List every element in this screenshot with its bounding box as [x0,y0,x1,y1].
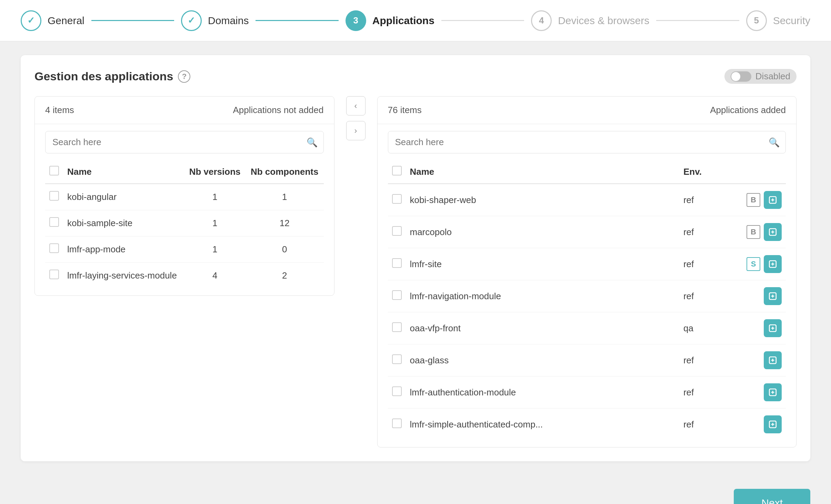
right-search-icon: 🔍 [769,137,780,148]
r-action-icon[interactable] [764,255,782,273]
right-row-checkbox[interactable] [392,354,402,364]
right-row-name: lmfr-simple-authenticated-comp... [406,409,679,441]
right-table-row[interactable]: lmfr-site ref S [388,248,786,280]
left-search-icon: 🔍 [307,137,318,148]
transfer-right-button[interactable]: › [346,121,366,140]
right-row-checkbox[interactable] [392,258,402,268]
left-table: Name Nb versions Nb components kobi-angu… [45,160,324,289]
next-button[interactable]: Next [734,489,810,504]
right-row-checkbox[interactable] [392,226,402,236]
left-row-versions: 1 [184,210,246,236]
right-table-row[interactable]: lmfr-simple-authenticated-comp... ref [388,409,786,441]
step-devices[interactable]: 4 Devices & browsers [531,10,649,31]
r-action-icon[interactable] [764,383,782,401]
right-row-env: ref [679,184,731,216]
toggle-container: Disabled [724,69,797,84]
left-col-versions: Nb versions [184,160,246,184]
transfer-buttons: ‹ › [341,96,370,140]
left-row-checkbox[interactable] [49,191,59,201]
right-col-env: Env. [679,160,731,184]
right-row-checkbox[interactable] [392,290,402,300]
connector-1 [91,20,174,21]
s-action-icon[interactable]: S [747,257,760,271]
right-row-env: ref [679,280,731,312]
right-row-name: lmfr-site [406,248,679,280]
step-devices-icon: 4 [531,10,552,31]
step-applications[interactable]: 3 Applications [346,10,434,31]
right-row-env: ref [679,409,731,441]
step-domains[interactable]: ✓ Domains [181,10,249,31]
right-row-name: oaa-vfp-front [406,312,679,344]
right-table-row[interactable]: oaa-vfp-front qa [388,312,786,344]
left-row-checkbox[interactable] [49,243,59,253]
right-select-all-checkbox[interactable] [392,166,402,175]
right-table: Name Env. kobi-shaper-web ref B marcopol… [388,160,786,440]
right-row-checkbox[interactable] [392,322,402,332]
section-header: Gestion des applications ? Disabled [34,69,797,84]
left-table-container: Name Nb versions Nb components kobi-angu… [35,160,334,295]
connector-3 [441,20,524,21]
right-table-row[interactable]: oaa-glass ref [388,344,786,376]
r-action-icon[interactable] [764,223,782,241]
step-general-label: General [48,15,84,27]
b-action-icon[interactable]: B [747,193,760,207]
step-security-icon: 5 [746,10,767,31]
disabled-toggle[interactable] [731,71,751,82]
right-row-name: kobi-shaper-web [406,184,679,216]
help-icon[interactable]: ? [178,70,190,83]
transfer-left-button[interactable]: ‹ [346,96,366,115]
right-panel-header: 76 items Applications added [378,97,797,124]
right-table-row[interactable]: marcopolo ref B [388,216,786,248]
left-table-row[interactable]: lmfr-laying-services-module 4 2 [45,263,324,289]
right-table-row[interactable]: lmfr-navigation-module ref [388,280,786,312]
right-row-checkbox[interactable] [392,419,402,428]
right-table-row[interactable]: kobi-shaper-web ref B [388,184,786,216]
step-devices-label: Devices & browsers [558,15,649,27]
left-row-checkbox[interactable] [49,270,59,279]
right-row-name: marcopolo [406,216,679,248]
step-applications-icon: 3 [346,10,366,31]
right-search-box: 🔍 [388,131,786,153]
left-row-versions: 1 [184,184,246,210]
right-col-name: Name [406,160,679,184]
r-action-icon[interactable] [764,415,782,433]
left-panel-status: Applications not added [233,105,323,115]
step-applications-label: Applications [372,15,434,27]
left-table-row[interactable]: kobi-sample-site 1 12 [45,210,324,236]
right-row-env: ref [679,216,731,248]
step-general-icon: ✓ [21,10,41,31]
right-row-env: qa [679,312,731,344]
step-domains-label: Domains [208,15,249,27]
right-row-checkbox[interactable] [392,194,402,204]
section-card: Gestion des applications ? Disabled 4 it… [21,55,810,461]
b-action-icon[interactable]: B [747,225,760,239]
right-search-input[interactable] [388,131,786,153]
panels-container: 4 items Applications not added 🔍 Name Nb… [34,96,797,447]
r-action-icon[interactable] [764,191,782,209]
left-table-row[interactable]: lmfr-app-mode 1 0 [45,236,324,263]
left-search-input[interactable] [45,131,324,153]
connector-2 [256,20,338,21]
r-action-icon[interactable] [764,351,782,369]
right-table-row[interactable]: lmfr-authentication-module ref [388,376,786,409]
step-general[interactable]: ✓ General [21,10,84,31]
left-row-versions: 1 [184,236,246,263]
right-row-checkbox[interactable] [392,386,402,396]
left-select-all-checkbox[interactable] [49,166,59,175]
r-action-icon[interactable] [764,287,782,305]
right-row-name: oaa-glass [406,344,679,376]
r-action-icon[interactable] [764,319,782,337]
right-row-env: ref [679,376,731,409]
section-title-text: Gestion des applications [34,70,173,83]
left-row-name: lmfr-app-mode [63,236,184,263]
left-table-row[interactable]: kobi-angular 1 1 [45,184,324,210]
right-table-container: Name Env. kobi-shaper-web ref B marcopol… [378,160,797,447]
left-row-checkbox[interactable] [49,217,59,227]
left-row-components: 0 [246,236,324,263]
main-content: Gestion des applications ? Disabled 4 it… [0,41,831,475]
step-security[interactable]: 5 Security [746,10,810,31]
left-row-components: 12 [246,210,324,236]
right-panel-status: Applications added [710,105,786,115]
step-security-label: Security [773,15,810,27]
right-panel-count: 76 items [388,105,422,115]
